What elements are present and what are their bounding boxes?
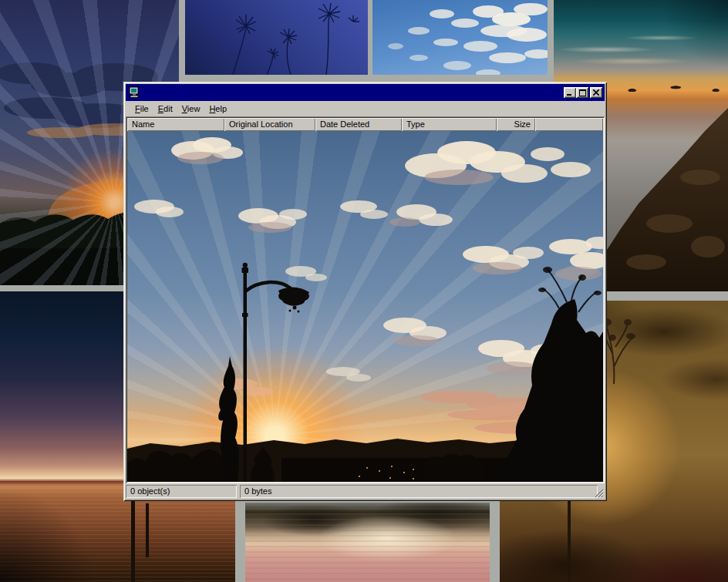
column-header-blank[interactable] <box>535 118 603 131</box>
column-header-size[interactable]: Size <box>497 118 535 131</box>
minimize-icon <box>567 89 573 96</box>
file-list-area[interactable] <box>127 131 603 482</box>
reflection-ripples-layer <box>245 503 490 582</box>
minimize-button[interactable] <box>564 87 576 98</box>
plant-silhouette-graphic <box>185 0 368 75</box>
wallpaper-photo-cloud-flecks <box>372 0 548 75</box>
close-button[interactable] <box>590 87 602 98</box>
wallpaper-photo-plant-silhouettes <box>185 0 368 75</box>
wispy-tree-graphic <box>600 307 646 384</box>
status-objects-panel: 0 object(s) <box>126 485 237 498</box>
menu-bar: File Edit View Help <box>126 101 605 116</box>
file-list-view: Name Original Location Date Deleted Type… <box>126 116 605 483</box>
maximize-icon <box>579 89 586 96</box>
close-icon <box>593 89 599 96</box>
water-pole <box>146 503 149 557</box>
window-background-photo-lamp-sunset <box>127 131 603 482</box>
window-controls <box>564 87 602 98</box>
column-header-type[interactable]: Type <box>402 118 497 131</box>
resize-grip[interactable] <box>594 488 604 498</box>
menu-edit[interactable]: Edit <box>153 103 177 115</box>
wallpaper-photo-water-reflection <box>245 503 490 582</box>
maximize-button[interactable] <box>576 87 588 98</box>
status-bytes-panel: 0 bytes <box>240 485 598 498</box>
sunset-silhouettes-graphic <box>127 131 603 482</box>
column-headers: Name Original Location Date Deleted Type… <box>127 118 603 131</box>
recycle-bin-window: File Edit View Help Name Original Locati… <box>123 82 607 501</box>
column-header-name[interactable]: Name <box>127 118 224 131</box>
window-titlebar[interactable] <box>126 84 605 101</box>
column-header-original-location[interactable]: Original Location <box>224 118 315 131</box>
status-bar: 0 object(s) 0 bytes <box>126 483 605 499</box>
my-computer-icon[interactable] <box>128 86 140 99</box>
menu-file[interactable]: File <box>130 103 153 115</box>
menu-view[interactable]: View <box>177 103 205 115</box>
cloud-flecks-graphic <box>372 0 548 75</box>
golden-pole <box>568 500 571 582</box>
desktop: File Edit View Help Name Original Locati… <box>0 0 728 582</box>
menu-help[interactable]: Help <box>204 103 231 115</box>
column-header-date-deleted[interactable]: Date Deleted <box>315 118 402 131</box>
water-pole <box>131 497 135 582</box>
